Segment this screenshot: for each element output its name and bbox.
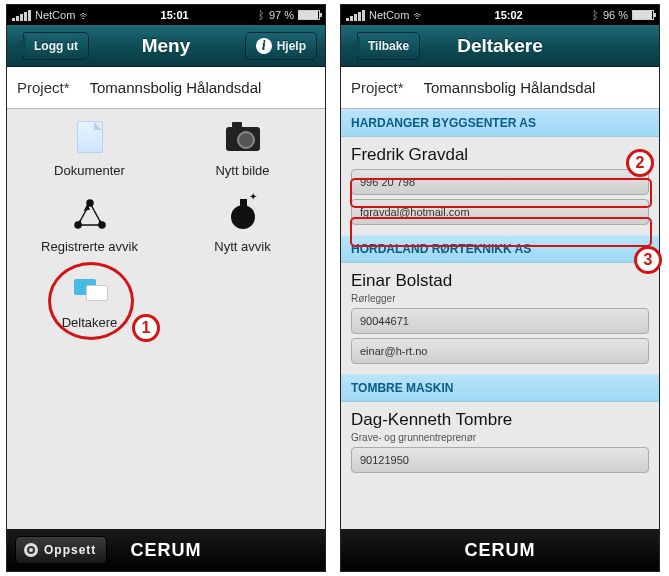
project-label: Project* [351, 79, 404, 96]
page-title: Deltakere [457, 35, 543, 57]
clock: 15:02 [495, 9, 523, 21]
brand-label: CERUM [465, 540, 536, 561]
project-bar[interactable]: Project* Tomannsbolig Hålandsdal [7, 67, 325, 109]
annotation-circle-1 [48, 262, 134, 340]
tile-label: Registrerte avvik [41, 239, 138, 254]
document-icon [72, 121, 108, 157]
navbar: Tilbake Deltakere [341, 25, 659, 67]
phone-participants: NetCom ᯤ 15:02 ᛒ 96 % Tilbake Deltakere … [340, 4, 660, 572]
bluetooth-icon: ᛒ [258, 9, 265, 21]
tile-new-photo[interactable]: Nytt bilde [166, 119, 319, 195]
contact-role: Grave- og grunnentreprenør [351, 432, 649, 443]
carrier-label: NetCom [369, 9, 409, 21]
annotation-rect-3 [350, 217, 652, 247]
tile-label: Nytt bilde [215, 163, 269, 178]
contact-role: Rørlegger [351, 293, 649, 304]
signal-icon [346, 10, 365, 21]
battery-label: 96 % [603, 9, 628, 21]
navbar: Logg ut Meny i Hjelp [7, 25, 325, 67]
project-label: Project* [17, 79, 70, 96]
bluetooth-icon: ᛒ [592, 9, 599, 21]
camera-icon [225, 121, 261, 157]
phone-field[interactable]: 90121950 [351, 447, 649, 473]
setup-label: Oppsett [44, 543, 96, 557]
battery-icon [632, 10, 654, 20]
brand-label: CERUM [131, 540, 202, 561]
help-label: Hjelp [277, 39, 306, 53]
info-icon: i [256, 38, 272, 54]
gear-icon [24, 543, 38, 557]
footer-bar: CERUM [341, 529, 659, 571]
annotation-rect-2 [350, 178, 652, 208]
back-button[interactable]: Tilbake [357, 32, 420, 60]
logout-label: Logg ut [34, 39, 78, 53]
phone-field[interactable]: 90044671 [351, 308, 649, 334]
project-value: Tomannsbolig Hålandsdal [90, 79, 319, 96]
status-bar: NetCom ᯤ 15:01 ᛒ 97 % [7, 5, 325, 25]
project-bar[interactable]: Project* Tomannsbolig Hålandsdal [341, 67, 659, 109]
tile-label: Dokumenter [54, 163, 125, 178]
contact-name: Dag-Kenneth Tombre [351, 410, 649, 430]
signal-icon [12, 10, 31, 21]
tile-registered-deviations[interactable]: Registrerte avvik [13, 195, 166, 271]
bomb-icon [225, 197, 261, 233]
section-header: HARDANGER BYGGSENTER AS [341, 109, 659, 137]
logout-button[interactable]: Logg ut [23, 32, 89, 60]
annotation-number-1: 1 [132, 314, 160, 342]
participants-list[interactable]: HARDANGER BYGGSENTER AS Fredrik Gravdal … [341, 109, 659, 529]
contact-name: Fredrik Gravdal [351, 145, 649, 165]
footer-bar: Oppsett CERUM [7, 529, 325, 571]
wifi-icon: ᯤ [79, 9, 91, 23]
tile-label: Nytt avvik [214, 239, 270, 254]
deviation-list-icon [72, 197, 108, 233]
section-header: TOMBRE MASKIN [341, 374, 659, 402]
tile-new-deviation[interactable]: Nytt avvik [166, 195, 319, 271]
contact-card: Dag-Kenneth Tombre Grave- og grunnentrep… [341, 402, 659, 483]
setup-button[interactable]: Oppsett [15, 536, 107, 564]
annotation-number-3: 3 [634, 246, 662, 274]
carrier-label: NetCom [35, 9, 75, 21]
back-label: Tilbake [368, 39, 409, 53]
wifi-icon: ᯤ [413, 9, 425, 23]
battery-icon [298, 10, 320, 20]
clock: 15:01 [161, 9, 189, 21]
help-button[interactable]: i Hjelp [245, 32, 317, 60]
email-field[interactable]: einar@h-rt.no [351, 338, 649, 364]
project-value: Tomannsbolig Hålandsdal [424, 79, 653, 96]
annotation-number-2: 2 [626, 149, 654, 177]
contact-name: Einar Bolstad [351, 271, 649, 291]
contact-card: Einar Bolstad Rørlegger 90044671 einar@h… [341, 263, 659, 374]
status-bar: NetCom ᯤ 15:02 ᛒ 96 % [341, 5, 659, 25]
battery-label: 97 % [269, 9, 294, 21]
tile-documents[interactable]: Dokumenter [13, 119, 166, 195]
page-title: Meny [142, 35, 191, 57]
